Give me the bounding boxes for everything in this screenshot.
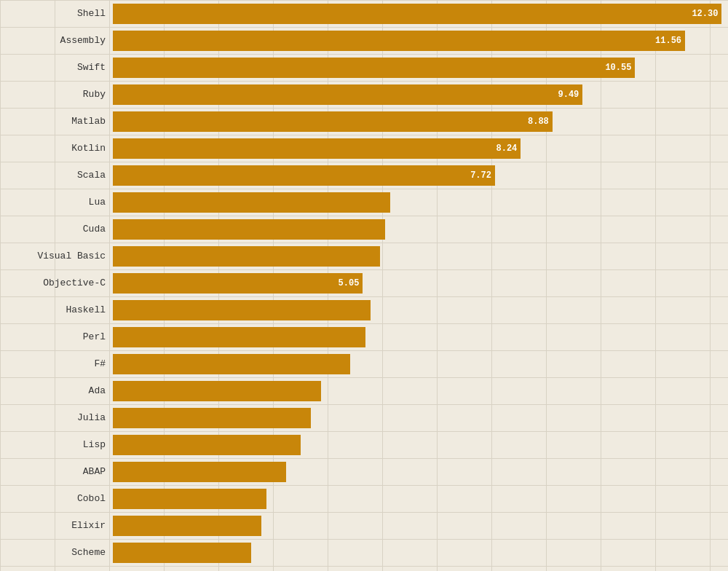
- bar-label: Lisp: [0, 439, 113, 450]
- bar-label: Perl: [0, 331, 113, 342]
- bar-row: Ruby9.49: [0, 81, 728, 108]
- bar-wrapper: [113, 327, 728, 347]
- bar: 12.30: [113, 4, 721, 24]
- bar-row: ABAP: [0, 458, 728, 485]
- bar-label: Scala: [0, 170, 113, 181]
- bar-row: Cuda: [0, 216, 728, 243]
- bar-wrapper: [113, 435, 728, 455]
- bar-label: Objective-C: [0, 277, 113, 288]
- bar-value: 9.49: [558, 90, 579, 100]
- bar-row: Objective-C5.05: [0, 269, 728, 296]
- bar: 8.24: [113, 138, 521, 159]
- bar-label: Scheme: [0, 547, 113, 558]
- bar: [113, 192, 390, 213]
- bar-wrapper: [113, 354, 728, 374]
- bar: [113, 300, 371, 320]
- bar-wrapper: [113, 462, 728, 482]
- bar-row: Haskell: [0, 296, 728, 323]
- bar: [113, 543, 251, 563]
- bar: [113, 219, 385, 240]
- bar-wrapper: 8.88: [113, 111, 728, 132]
- bar-value: 5.05: [339, 278, 360, 288]
- bar-value: 8.88: [528, 117, 549, 127]
- bar: [113, 354, 350, 374]
- bar: [113, 408, 311, 428]
- bar-row: Julia: [0, 404, 728, 431]
- bar: 5.05: [113, 273, 363, 294]
- bar: 7.72: [113, 165, 495, 186]
- bar-row: Kotlin8.24: [0, 135, 728, 162]
- bar-wrapper: [113, 300, 728, 320]
- bar: 11.56: [113, 31, 685, 51]
- bar-label: Cobol: [0, 493, 113, 504]
- bar: [113, 327, 365, 347]
- bar-label: Matlab: [0, 116, 113, 127]
- bar-wrapper: [113, 219, 728, 240]
- bar-label: Julia: [0, 412, 113, 423]
- bar-row: Matlab8.88: [0, 108, 728, 135]
- bar: 9.49: [113, 84, 582, 105]
- bar-wrapper: [113, 543, 728, 563]
- bar-label: Shell: [0, 8, 113, 19]
- bar-label: Ruby: [0, 89, 113, 100]
- bar-row: Visual Basic: [0, 243, 728, 269]
- bar-row: Swift10.55: [0, 54, 728, 81]
- bar-label: F#: [0, 358, 113, 369]
- bar-wrapper: 11.56: [113, 31, 728, 51]
- bar-value: 8.24: [496, 143, 518, 154]
- bar-row: Elixir: [0, 512, 728, 539]
- bar: [113, 246, 380, 267]
- bar-wrapper: [113, 246, 728, 267]
- bar: [113, 489, 266, 509]
- bar-wrapper: [113, 408, 728, 428]
- bar-row: Scheme: [0, 539, 728, 566]
- chart-container: Shell12.30Assembly11.56Swift10.55Ruby9.4…: [0, 0, 728, 571]
- bar: 8.88: [113, 111, 553, 132]
- bar: [113, 381, 321, 401]
- bar-label: Assembly: [0, 35, 113, 46]
- bar-wrapper: [113, 489, 728, 509]
- bar-label: Kotlin: [0, 143, 113, 154]
- bar-row: Cobol: [0, 485, 728, 512]
- bar-row: F#: [0, 350, 728, 377]
- bar-wrapper: 9.49: [113, 84, 728, 105]
- bar-row: Lua: [0, 189, 728, 216]
- bar: [113, 516, 261, 536]
- bar-value: 11.56: [655, 36, 681, 46]
- bar-label: Cuda: [0, 224, 113, 235]
- bar-row: Scala7.72: [0, 162, 728, 189]
- bar-wrapper: 8.24: [113, 138, 728, 159]
- bar-wrapper: [113, 381, 728, 401]
- bar-label: Lua: [0, 197, 113, 208]
- bar-row: Assembly11.56: [0, 27, 728, 54]
- bar-value: 10.55: [605, 63, 631, 73]
- bar-wrapper: 12.30: [113, 4, 728, 24]
- bar-wrapper: [113, 192, 728, 213]
- bar-label: Visual Basic: [0, 251, 113, 261]
- bar-wrapper: 7.72: [113, 165, 728, 186]
- bar-row: Shell12.30: [0, 0, 728, 27]
- bar: [113, 435, 301, 455]
- bar-label: Ada: [0, 385, 113, 396]
- bar-value: 7.72: [470, 170, 491, 181]
- bar: [113, 462, 286, 482]
- bar-value: 12.30: [692, 9, 718, 19]
- bar-label: Swift: [0, 62, 113, 73]
- bar-row: Perl: [0, 323, 728, 350]
- bar-wrapper: [113, 516, 728, 536]
- bar-row: Ada: [0, 377, 728, 404]
- bar-label: Elixir: [0, 520, 113, 531]
- bar-label: ABAP: [0, 466, 113, 477]
- bar-wrapper: 5.05: [113, 273, 728, 294]
- bar-label: Haskell: [0, 304, 113, 315]
- bar-row: Lisp: [0, 431, 728, 458]
- bar: 10.55: [113, 58, 635, 78]
- bar-wrapper: 10.55: [113, 58, 728, 78]
